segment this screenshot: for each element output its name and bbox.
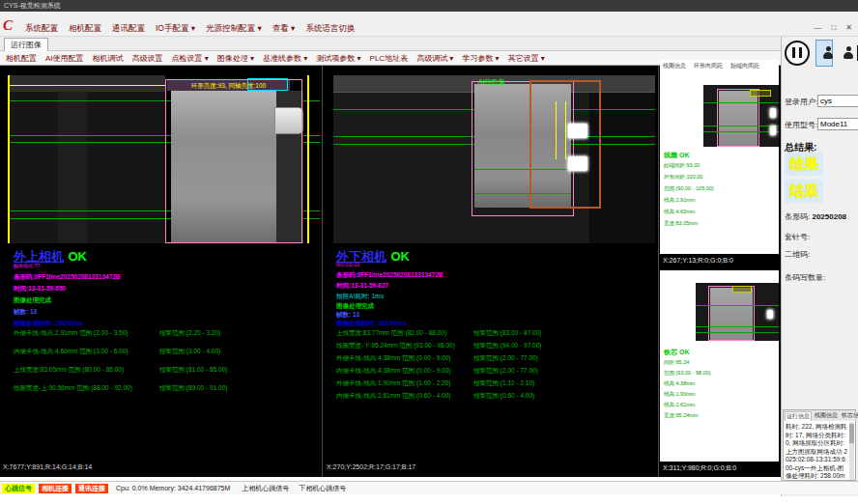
needle-number-label: 套针号: bbox=[785, 232, 810, 242]
login-user-label: 登录用户: bbox=[785, 97, 817, 107]
thumb-connector bbox=[770, 108, 776, 118]
thumb-yellow-label bbox=[750, 90, 771, 97]
menu-io-config[interactable]: IO手配置 ▾ bbox=[156, 23, 195, 35]
middle-connector bbox=[568, 124, 587, 138]
left-camera-canvas[interactable]: 环形亮度:93, 同轴亮度:100 bbox=[8, 75, 320, 243]
thumb-connector bbox=[770, 126, 776, 135]
menu-comm-config[interactable]: 通讯配置 bbox=[112, 23, 145, 35]
small-view-line: 宽度:83.05mm bbox=[664, 220, 698, 227]
right-bottom-panel: 铁芯 OK 间距:95.24 范围:(93.00 - 98.00) 线高:4.3… bbox=[660, 270, 779, 462]
tool-test-params[interactable]: 测试项参数 ▾ bbox=[316, 53, 360, 64]
measurement-row: 外侧卡线-线高:2.91mm 范围:(2.00 - 3.50) bbox=[14, 329, 128, 338]
minimize-icon[interactable]: — bbox=[814, 23, 821, 32]
menu-language-switch[interactable]: 系统语言切换 bbox=[305, 23, 355, 35]
qr-code-label: 二维码: bbox=[785, 249, 810, 260]
right-bottom-thumbnail[interactable] bbox=[696, 283, 779, 341]
tool-learning-params[interactable]: 学习参数 ▾ bbox=[462, 53, 499, 64]
tab-run-image[interactable]: 运行图像 bbox=[4, 38, 48, 52]
thumb-guide-line bbox=[703, 102, 779, 103]
menu-system-config[interactable]: 系统配置 bbox=[25, 23, 58, 35]
window-title: CYS-视觉检测系统 bbox=[4, 2, 61, 9]
thumb-guide-line bbox=[696, 326, 779, 327]
tool-camera-debug[interactable]: 相机调试 bbox=[93, 53, 124, 64]
measurement-row: 外侧卡线-线高:4.38mm 范围:(0.00 - 9.00) bbox=[336, 354, 450, 363]
log-panel: 运行信息 线圈信息 铁芯信息 耗时: 222, 网络检测耗时: 17, 网络分类… bbox=[783, 409, 856, 481]
middle-camera-canvas[interactable]: AI检图像 bbox=[333, 75, 655, 243]
tool-advanced-settings[interactable]: 高级设置 bbox=[132, 53, 163, 64]
menu-light-config[interactable]: 光源控制配置 ▾ bbox=[206, 23, 262, 35]
log-tab-coil-info[interactable]: 线圈信息 bbox=[814, 411, 839, 420]
tab-strip bbox=[0, 37, 858, 51]
heartbeat-status-badge: 心跳信号 bbox=[2, 484, 35, 493]
pause-button[interactable] bbox=[785, 41, 810, 66]
ai-image-label: AI检图像 bbox=[478, 77, 505, 87]
menu-camera-config[interactable]: 相机配置 bbox=[69, 23, 101, 35]
right-panel-header: 线圈信息 环形向间距 始端向间距 bbox=[663, 62, 759, 70]
middle-yellow-line bbox=[556, 101, 557, 159]
measurement-row: 内侧卡线-线高:4.38mm 范围:(0.00 - 9.00) bbox=[336, 367, 450, 376]
middle-frame-count: 帧数: 13 bbox=[336, 311, 359, 320]
camera-connection-badge: 相机连接 bbox=[39, 484, 72, 493]
tool-advanced-debug[interactable]: 高级调试 ▾ bbox=[416, 53, 453, 64]
left-time: 时间:13-31-59-650 bbox=[14, 285, 66, 294]
result-box-1: 结果 bbox=[785, 153, 823, 176]
menu-items: 系统配置 相机配置 通讯配置 IO手配置 ▾ 光源控制配置 ▾ 查看 ▾ 系统语… bbox=[25, 23, 355, 35]
left-image-column bbox=[58, 92, 87, 243]
view-divider bbox=[658, 66, 659, 477]
model-input[interactable] bbox=[817, 118, 858, 130]
menu-view[interactable]: 查看 ▾ bbox=[272, 23, 296, 35]
user-login-button[interactable] bbox=[815, 40, 833, 67]
alarm-range: 报警范围:(83.00 - 87.00) bbox=[473, 329, 541, 338]
thumb-guide-line bbox=[696, 305, 779, 306]
left-cyan-rect bbox=[247, 78, 288, 91]
left-camera-name: 外上相机 bbox=[14, 249, 64, 264]
left-elapsed-time: 图像处理耗时: 298.00ms bbox=[14, 320, 83, 328]
right-yellow-edge-line bbox=[307, 75, 309, 243]
middle-ai-time: 拍照AI耗时: 1ms bbox=[336, 293, 384, 301]
alarm-range: 报警范围:(2.20 - 3.20) bbox=[159, 329, 220, 338]
alarm-range: 报警范围:(1.10 - 2.10) bbox=[473, 379, 534, 388]
small-view-line: 线高:2.61mm bbox=[664, 402, 695, 408]
tool-baseline-params[interactable]: 基准线参数 ▾ bbox=[263, 53, 307, 64]
tool-ai-config[interactable]: AI使用配置 bbox=[45, 53, 84, 64]
maximize-icon[interactable]: □ bbox=[831, 23, 836, 32]
window-titlebar: CYS-视觉检测系统 bbox=[0, 0, 858, 12]
close-icon[interactable]: ✕ bbox=[845, 23, 852, 32]
small-view-line: 线高:1.90mm bbox=[664, 391, 695, 398]
user-manage-button[interactable] bbox=[837, 42, 852, 65]
login-user-input[interactable] bbox=[817, 95, 858, 107]
status-bar: 心跳信号 相机连接 通讯连接 Cpu: 0.0% Memory: 3424.41… bbox=[0, 481, 858, 494]
log-tab-run-info[interactable]: 运行信息 bbox=[785, 411, 812, 421]
small-view-line: 线高:4.38mm bbox=[664, 380, 695, 387]
exit-button[interactable]: ➜ bbox=[852, 42, 858, 65]
header-ring-gap[interactable]: 环形向间距 bbox=[694, 62, 723, 70]
barcode-value: 20250208 bbox=[812, 212, 846, 221]
middle-pixel-coordinates: X:270;Y:2502;R:17;G:17;B:17 bbox=[327, 463, 415, 470]
tool-plc-address[interactable]: PLC地址表 bbox=[370, 53, 409, 64]
measurement-row: 线圈宽度-上:90.56mm 范围:(88.00 - 92.00) bbox=[14, 384, 132, 393]
tool-spotcheck-settings[interactable]: 点检设置 ▾ bbox=[172, 53, 209, 64]
tool-image-processing[interactable]: 图像处理 ▾ bbox=[217, 53, 254, 64]
small-view-line: 线高:2.91mm bbox=[664, 197, 695, 204]
scrollbar-thumb[interactable] bbox=[849, 424, 854, 443]
middle-time: 时间:13-31-59-627 bbox=[336, 282, 388, 291]
measurement-row: 内侧卡线-线高:2.61mm 范围:(0.60 - 4.00) bbox=[336, 392, 450, 401]
header-coil-info[interactable]: 线圈信息 bbox=[663, 62, 686, 70]
log-scrollbar[interactable] bbox=[849, 422, 854, 480]
log-tab-core-info[interactable]: 铁芯信息 bbox=[841, 411, 858, 420]
barcode-label: 条形码: bbox=[785, 212, 810, 221]
right-bottom-pixel-coordinates: X:311;Y:980;R:0;G:0;B:0 bbox=[660, 462, 779, 475]
left-roi-rect bbox=[165, 79, 302, 243]
header-start-gap[interactable]: 始端向间距 bbox=[730, 62, 759, 70]
thumb-yellow-label bbox=[732, 286, 752, 293]
model-label: 使用型号: bbox=[785, 120, 817, 130]
measurement-row: 内侧卡线-线高:4.60mm 范围:(3.00 - 6.00) bbox=[14, 348, 128, 356]
tool-camera-config[interactable]: 相机配置 bbox=[6, 53, 37, 64]
tool-other-settings[interactable]: 其它设置 ▾ bbox=[508, 53, 545, 64]
left-image-machinery bbox=[8, 75, 165, 92]
left-process-status: 图像处理完成 bbox=[14, 296, 51, 305]
small-view-line: 始端间距:93.00 bbox=[664, 162, 700, 169]
right-top-thumbnail[interactable] bbox=[703, 85, 779, 147]
app-logo-icon: C bbox=[3, 17, 13, 34]
result-box-2: 结果 bbox=[785, 180, 823, 203]
